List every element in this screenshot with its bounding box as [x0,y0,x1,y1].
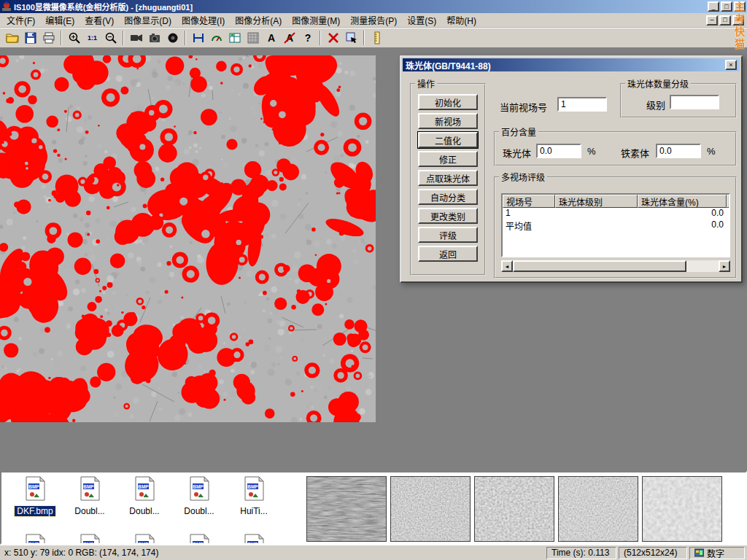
ferrite-percent-input[interactable] [656,144,701,158]
video-button[interactable] [127,29,145,47]
zoom-in-button[interactable] [65,29,83,47]
pearlite-percent-input[interactable] [536,144,581,158]
menu-image-measure[interactable]: 图像测量(M) [287,12,345,28]
current-field-input[interactable] [557,97,607,112]
menu-image-analysis[interactable]: 图像分析(A) [230,12,287,28]
mdi-restore-button[interactable]: □ [719,15,731,26]
maximize-button[interactable]: □ [721,1,732,12]
bmp-file-icon: BMP [243,476,265,501]
caliper-icon [192,31,205,44]
ruler-button[interactable] [368,29,386,47]
bmp-file-icon: BMP [243,534,265,545]
operation-group: 操作 初始化新视场二值化修正点取珠光体自动分类更改类别评级返回 [410,77,486,276]
correct-button[interactable]: 修正 [418,151,478,167]
return-button[interactable]: 返回 [418,246,478,262]
gallery-thumbnail-4[interactable] [558,476,638,542]
column-header-3[interactable]: 珠光体含量(%) [638,195,727,208]
menu-help[interactable]: 帮助(H) [441,12,481,28]
annotate-text-button[interactable]: A [262,29,280,47]
scrollbar-thumb[interactable] [513,260,686,272]
table-horizontal-scrollbar[interactable]: ◄ ► [501,260,730,272]
file-item-partial[interactable]: BMP [63,534,116,545]
file-item-partial[interactable]: BMP [173,534,225,545]
scroll-left-button[interactable]: ◄ [501,260,513,272]
open-button[interactable] [3,29,21,47]
watermark: 主考快猫 [732,1,746,51]
file-item-3[interactable]: BMPDoubl... [118,476,171,517]
column-header-2[interactable]: 珠光体级别 [555,195,638,208]
column-header-1[interactable]: 视场号 [503,195,555,208]
dialog-close-button[interactable]: × [725,60,737,70]
bmp-file-icon: BMP [188,476,210,501]
file-item-1[interactable]: BMPDKF.bmp [9,476,61,517]
file-item-2[interactable]: BMPDoubl... [63,476,116,517]
menu-file[interactable]: 文件(F) [1,12,40,28]
menu-settings[interactable]: 设置(S) [402,12,441,28]
menu-image-process[interactable]: 图像处理(I) [177,12,230,28]
menu-edit[interactable]: 编辑(E) [40,12,80,28]
capture-button[interactable] [163,29,182,47]
table-row[interactable]: 10.0 [503,208,730,219]
specimen-image[interactable] [0,55,376,422]
bmp-file-icon: BMP [79,534,101,545]
cut-button[interactable] [324,29,342,47]
binarize-button[interactable]: 二值化 [418,132,478,148]
mdi-minimize-button[interactable]: – [706,15,718,26]
result-table-button[interactable] [225,29,244,47]
table-row[interactable]: 平均值0.0 [503,219,730,231]
help-button[interactable]: ? [298,29,317,47]
percent-sign: % [587,146,596,157]
menu-measure-report[interactable]: 测量报告(P) [345,12,402,28]
file-item-partial[interactable]: BMP [228,534,280,545]
change-class-button[interactable]: 更改类别 [418,208,478,224]
file-item-partial[interactable]: BMP [9,534,61,545]
file-name: HuiTi... [238,506,270,516]
gauge-measure-button[interactable] [207,29,225,47]
dialog-title: 珠光体(GB/T9441-88) [406,59,491,71]
menu-view[interactable]: 查看(V) [80,12,119,28]
actual-size-button[interactable]: 1:1 [83,29,101,47]
print-button[interactable] [39,29,58,47]
column-header-4[interactable]: 铁素体 [727,195,730,208]
cursor-position-readout: x: 510 y: 79 idx: 0 RGB: (174, 174, 174) [2,548,544,558]
gallery-thumbnail-3[interactable] [474,476,554,542]
gallery-thumbnail-1[interactable] [306,476,387,542]
menu-image-display[interactable]: 图像显示(D) [119,12,177,28]
dialog-title-bar[interactable]: 珠光体(GB/T9441-88) × [403,58,740,71]
pick-pearlite-button[interactable]: 点取珠光体 [418,170,478,186]
toolbar-separator [123,31,124,45]
rating-table[interactable]: 视场号珠光体级别珠光体含量(%)铁素体 10.0平均值0.0 [501,193,730,257]
zoom-out-button[interactable] [101,29,120,47]
file-item-partial[interactable]: BMP [118,534,171,545]
annotate-text-off-button[interactable]: A [280,29,298,47]
table-cell: 1 [503,208,555,219]
file-item-4[interactable]: BMPDoubl... [173,476,225,517]
pointer-grid-button[interactable] [342,29,360,47]
scroll-right-button[interactable]: ► [719,260,730,272]
initialize-button[interactable]: 初始化 [418,94,478,110]
auto-classify-button[interactable]: 自动分类 [418,189,478,205]
table-cell [555,208,638,219]
table-cell: 0.0 [638,219,727,231]
new-field-button[interactable]: 新视场 [418,113,478,129]
video-camera-icon [130,31,143,44]
grade-button[interactable]: 评级 [418,227,478,243]
bmp-file-icon: BMP [24,534,46,545]
file-item-5[interactable]: BMPHuiTi... [228,476,280,517]
toolbar-separator [61,31,62,45]
minimize-button[interactable]: _ [708,1,719,12]
caliper-measure-button[interactable] [189,29,207,47]
mode-label: 数字 [707,547,724,559]
multi-field-group-label: 多视场评级 [499,171,547,183]
gauge-icon [210,31,223,44]
save-button[interactable] [21,29,39,47]
svg-text:BMP: BMP [247,542,258,545]
gallery-thumbnail-2[interactable] [390,476,471,542]
scrollbar-track[interactable] [513,260,719,272]
pattern-button[interactable] [244,29,262,47]
gallery-thumbnail-5[interactable] [642,476,722,542]
camera-button[interactable] [145,29,163,47]
svg-text:?: ? [304,32,311,44]
pointer-grid-icon [345,31,358,44]
level-input[interactable] [670,95,719,109]
